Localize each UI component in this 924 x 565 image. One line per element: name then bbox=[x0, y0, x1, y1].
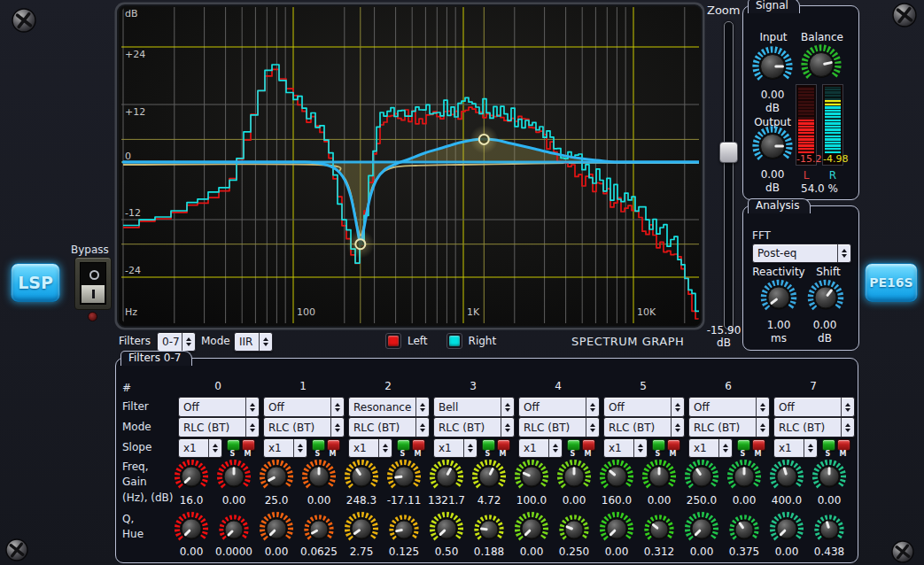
hue-knob-0[interactable] bbox=[216, 512, 252, 547]
spinner-icon[interactable] bbox=[804, 439, 817, 457]
filter-mode-select-6[interactable]: RLC (BT) bbox=[688, 417, 770, 437]
filter-mode-select-4[interactable]: RLC (BT) bbox=[518, 417, 600, 437]
filter-mode-select-2[interactable]: RLC (BT) bbox=[348, 417, 430, 437]
hue-knob-2[interactable] bbox=[386, 512, 422, 547]
q-knob-4[interactable] bbox=[512, 509, 551, 548]
spinner-icon[interactable] bbox=[378, 439, 392, 457]
hue-knob-4[interactable] bbox=[556, 512, 592, 547]
hue-knob-1[interactable] bbox=[301, 512, 337, 547]
filter-type-select-1[interactable]: Off bbox=[263, 397, 345, 417]
spinner-icon[interactable] bbox=[415, 418, 429, 437]
filter-type-select-7[interactable]: Off bbox=[773, 397, 855, 417]
spinner-icon[interactable] bbox=[501, 398, 514, 416]
input-gain-knob[interactable] bbox=[749, 43, 796, 89]
spinner-icon[interactable] bbox=[330, 418, 344, 437]
pe16s-brand-button[interactable]: PE16S bbox=[865, 263, 918, 302]
filter-mode-select-7[interactable]: RLC (BT) bbox=[773, 417, 855, 437]
q-knob-7[interactable] bbox=[767, 509, 806, 548]
hue-knob-7[interactable] bbox=[811, 512, 847, 547]
balance-knob[interactable] bbox=[798, 42, 844, 88]
spinner-icon[interactable] bbox=[182, 333, 195, 351]
spinner-icon[interactable] bbox=[463, 439, 477, 457]
filter-mode-select-3[interactable]: RLC (BT) bbox=[433, 417, 515, 437]
legend-swatch-right[interactable] bbox=[446, 333, 462, 349]
gain-knob-5[interactable] bbox=[640, 457, 679, 496]
filter-type-select-3[interactable]: Bell bbox=[433, 397, 515, 417]
q-knob-3[interactable] bbox=[427, 509, 466, 548]
spinner-icon[interactable] bbox=[841, 418, 854, 437]
filter-mode-select-1[interactable]: RLC (BT) bbox=[263, 417, 345, 437]
spinner-icon[interactable] bbox=[756, 398, 769, 416]
filter-type-select-5[interactable]: Off bbox=[603, 397, 685, 417]
spinner-icon[interactable] bbox=[330, 398, 344, 416]
spinner-icon[interactable] bbox=[756, 418, 769, 437]
q-knob-0[interactable] bbox=[172, 509, 211, 548]
filter-type-select-2[interactable]: Resonance bbox=[348, 397, 430, 417]
spinner-icon[interactable] bbox=[415, 398, 429, 416]
filter-slope-select-1[interactable]: x1 bbox=[263, 438, 307, 458]
hue-knob-5[interactable] bbox=[641, 512, 677, 547]
spinner-icon[interactable] bbox=[841, 398, 854, 416]
spinner-icon[interactable] bbox=[245, 418, 259, 437]
filter-slope-select-2[interactable]: x1 bbox=[348, 438, 392, 458]
filter-slope-select-6[interactable]: x1 bbox=[688, 438, 733, 458]
freq-knob-4[interactable] bbox=[512, 457, 551, 496]
spinner-icon[interactable] bbox=[633, 439, 647, 457]
gain-knob-3[interactable] bbox=[470, 457, 509, 496]
bypass-switch[interactable] bbox=[74, 257, 112, 310]
filter-slope-select-0[interactable]: x1 bbox=[178, 438, 222, 458]
q-knob-6[interactable] bbox=[682, 509, 721, 548]
filter-slope-select-7[interactable]: x1 bbox=[773, 438, 818, 458]
zoom-slider-handle[interactable] bbox=[719, 142, 738, 163]
spinner-icon[interactable] bbox=[586, 398, 599, 416]
filter-mode-select-0[interactable]: RLC (BT) bbox=[178, 417, 260, 437]
spinner-icon[interactable] bbox=[671, 398, 684, 416]
filter-type-select-4[interactable]: Off bbox=[518, 397, 600, 417]
hue-knob-6[interactable] bbox=[726, 512, 762, 547]
freq-knob-6[interactable] bbox=[682, 457, 721, 496]
gain-knob-1[interactable] bbox=[299, 457, 338, 496]
freq-knob-0[interactable] bbox=[172, 457, 211, 496]
q-knob-2[interactable] bbox=[342, 509, 381, 548]
filter-mode-select-5[interactable]: RLC (BT) bbox=[603, 417, 685, 437]
fft-mode-select[interactable]: Post-eq bbox=[752, 244, 851, 263]
freq-knob-1[interactable] bbox=[257, 457, 296, 496]
filter-slope-select-4[interactable]: x1 bbox=[518, 438, 563, 458]
filter-type-select-0[interactable]: Off bbox=[178, 397, 260, 417]
filters-range-select[interactable]: 0-7 bbox=[157, 332, 196, 352]
spinner-icon[interactable] bbox=[837, 244, 850, 262]
spinner-icon[interactable] bbox=[259, 333, 272, 351]
lsp-brand-button[interactable]: LSP bbox=[11, 263, 60, 302]
bypass-rocker[interactable] bbox=[80, 262, 106, 305]
freq-knob-2[interactable] bbox=[342, 457, 381, 496]
zoom-slider-track[interactable] bbox=[724, 21, 734, 329]
mode-select[interactable]: IIR bbox=[234, 332, 273, 352]
shift-knob[interactable] bbox=[805, 277, 846, 318]
gain-knob-6[interactable] bbox=[725, 457, 764, 496]
spectrum-graph-widget[interactable]: dB+24+120-12-24Hz1001K10K bbox=[114, 2, 705, 330]
gain-knob-4[interactable] bbox=[555, 457, 594, 496]
spinner-icon[interactable] bbox=[501, 418, 514, 437]
legend-swatch-left[interactable] bbox=[385, 333, 401, 349]
output-gain-knob[interactable] bbox=[749, 123, 796, 169]
spinner-icon[interactable] bbox=[245, 398, 259, 416]
spinner-icon[interactable] bbox=[208, 439, 221, 457]
spinner-icon[interactable] bbox=[548, 439, 562, 457]
q-knob-5[interactable] bbox=[597, 509, 636, 548]
spectrum-graph[interactable]: dB+24+120-12-24Hz1001K10K bbox=[114, 2, 705, 330]
gain-knob-7[interactable] bbox=[810, 457, 849, 496]
q-knob-1[interactable] bbox=[257, 509, 296, 548]
spinner-icon[interactable] bbox=[293, 439, 307, 457]
gain-knob-2[interactable] bbox=[384, 457, 423, 496]
freq-knob-5[interactable] bbox=[597, 457, 636, 496]
spinner-icon[interactable] bbox=[671, 418, 684, 437]
freq-knob-7[interactable] bbox=[767, 457, 806, 496]
filter-slope-select-3[interactable]: x1 bbox=[433, 438, 478, 458]
reactivity-knob[interactable] bbox=[758, 277, 799, 318]
filter-type-select-6[interactable]: Off bbox=[688, 397, 770, 417]
spinner-icon[interactable] bbox=[586, 418, 599, 437]
spinner-icon[interactable] bbox=[718, 439, 732, 457]
filter-slope-select-5[interactable]: x1 bbox=[603, 438, 648, 458]
hue-knob-3[interactable] bbox=[471, 512, 507, 547]
freq-knob-3[interactable] bbox=[427, 457, 466, 496]
